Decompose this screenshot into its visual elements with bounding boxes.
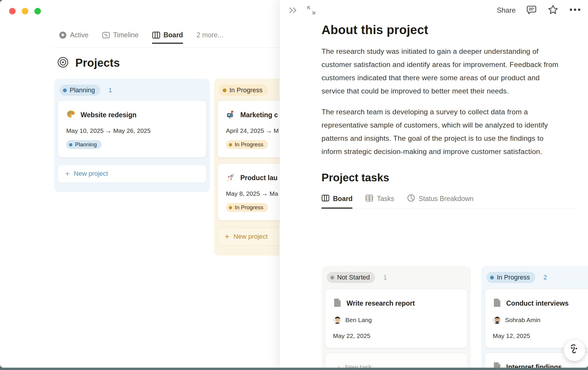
assignee-name: Sohrab Amin [505, 317, 540, 324]
column-count: 1 [383, 274, 387, 281]
tab-label: Active [70, 31, 89, 39]
page-title: Projects [75, 57, 120, 69]
minimize-button[interactable] [22, 8, 28, 14]
column-count: 2 [544, 274, 547, 281]
target-icon [57, 56, 69, 69]
new-project-button[interactable]: + New project [58, 165, 206, 183]
star-icon[interactable] [547, 4, 559, 16]
card-date: May 12, 2025 [493, 332, 588, 339]
mailbox-emoji [226, 110, 235, 120]
zoom-button[interactable] [34, 8, 41, 14]
board-columns-icon [322, 194, 329, 204]
notion-ai-button[interactable] [564, 339, 585, 361]
board-column-planning: Planning 1 Website redesign May 10, 2025… [54, 79, 210, 192]
tab-timeline[interactable]: Timeline [102, 31, 139, 44]
board-columns-icon [152, 31, 160, 39]
share-button[interactable]: Share [497, 6, 516, 14]
status-dot [229, 206, 232, 209]
status-pill-not-started[interactable]: Not Started [327, 272, 375, 283]
task-card-write-research-report[interactable]: Write research report Ben Lang May 22, 2… [325, 289, 467, 348]
rocket-emoji [226, 173, 235, 183]
card-status-tag: In Progress [226, 140, 268, 149]
status-dot [229, 143, 232, 146]
plus-icon: + [225, 232, 229, 241]
database-view-tabs: Active Timeline Board 2 more... [59, 31, 223, 44]
task-card-conduct-interviews[interactable]: Conduct interviews Sohrab Amin May 12, 2… [485, 289, 588, 348]
side-peek-panel: Share About this project The research st… [279, 0, 588, 368]
plus-icon: + [337, 364, 341, 368]
page-icon [493, 298, 502, 309]
avatar-ben-lang [333, 316, 342, 324]
card-date-range: May 10, 2025 → May 26, 2025 [66, 127, 199, 134]
window-controls [9, 8, 41, 14]
star-circle-icon [59, 31, 67, 39]
tab-status-breakdown[interactable]: Status Breakdown [407, 194, 474, 209]
status-pill-in-progress[interactable]: In Progress [219, 85, 268, 96]
doc-heading: About this project [322, 23, 566, 37]
card-title: Write research report [347, 299, 415, 307]
assignee-name: Ben Lang [345, 317, 372, 324]
timeline-icon [102, 31, 110, 39]
doc-paragraph: The research team is developing a survey… [322, 105, 560, 158]
plus-icon: + [65, 169, 70, 178]
document-body: About this project The research study wa… [322, 23, 566, 209]
card-title: Conduct interviews [506, 299, 569, 307]
database-title-row: Projects [57, 56, 120, 69]
notion-ai-face-icon [568, 343, 581, 358]
column-count: 1 [109, 86, 112, 94]
status-pill-in-progress[interactable]: In Progress [487, 272, 535, 283]
tab-label: 2 more... [196, 31, 223, 39]
status-pill-planning[interactable]: Planning [59, 85, 100, 96]
tab-board[interactable]: Board [322, 194, 352, 209]
project-card-website-redesign[interactable]: Website redesign May 10, 2025 → May 26, … [58, 101, 206, 158]
app-window: Active Timeline Board 2 more... Projects [0, 0, 588, 368]
tab-more-views[interactable]: 2 more... [196, 31, 223, 44]
card-status-tag: In Progress [226, 203, 268, 212]
doc-section-heading: Project tasks [322, 172, 566, 184]
tab-active[interactable]: Active [59, 31, 89, 44]
desktop: { "window": { "controls": { "close": "cl… [0, 0, 588, 370]
task-column-not-started: Not Started 1 Write research report [322, 266, 471, 368]
collapse-double-chevron-icon[interactable] [288, 6, 298, 16]
tab-tasks[interactable]: Tasks [365, 194, 394, 209]
expand-diagonal-icon[interactable] [306, 5, 316, 16]
panel-toolbar: Share [280, 0, 588, 19]
card-title: Interpret findings [506, 363, 562, 368]
card-date: May 22, 2025 [333, 332, 459, 339]
close-button[interactable] [9, 8, 16, 14]
status-dot [223, 88, 226, 92]
column-header: In Progress 2 [485, 272, 588, 283]
status-dot [330, 276, 334, 279]
tabs-divider [52, 48, 279, 48]
status-dot [69, 143, 72, 146]
page-icon [333, 298, 342, 309]
page-icon [493, 362, 502, 368]
palette-emoji [66, 110, 76, 120]
table-icon [365, 194, 373, 204]
card-title: Marketing c [240, 111, 278, 119]
tab-board[interactable]: Board [152, 31, 183, 44]
pie-chart-icon [407, 194, 415, 204]
tab-label: Timeline [113, 31, 139, 39]
status-dot [63, 88, 67, 92]
column-header: Not Started 1 [325, 272, 467, 283]
card-title: Website redesign [81, 111, 136, 119]
more-ellipsis-icon[interactable] [569, 8, 581, 13]
card-status-tag: Planning [66, 140, 101, 149]
tasks-board: Not Started 1 Write research report [322, 266, 588, 368]
doc-paragraph: The research study was initiated to gain… [322, 45, 560, 98]
new-task-button[interactable]: + New task [325, 353, 467, 368]
column-header: Planning 1 [58, 85, 206, 96]
card-title: Product lau [240, 174, 278, 182]
tasks-view-tabs: Board Tasks Status Breakdown [322, 194, 574, 209]
status-dot [490, 276, 494, 279]
comment-icon[interactable] [526, 4, 537, 16]
tab-label: Board [164, 31, 183, 39]
avatar-sohrab-amin [493, 316, 501, 324]
